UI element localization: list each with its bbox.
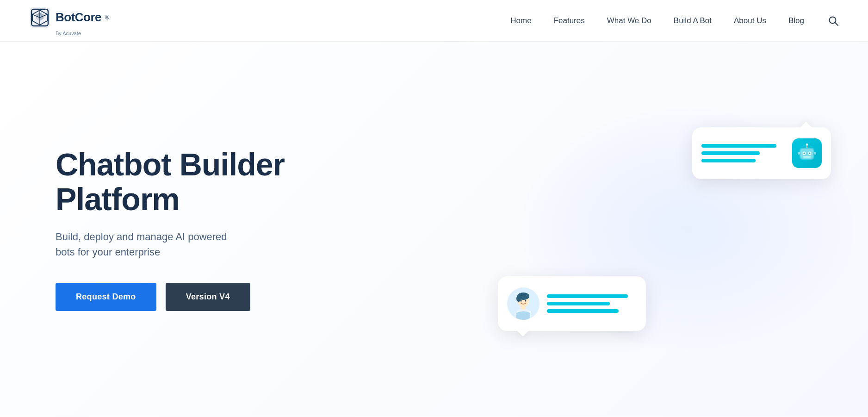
- bot-line-3: [701, 159, 756, 162]
- nav-home[interactable]: Home: [510, 16, 531, 25]
- logo-subtitle: By Acuvate: [56, 31, 81, 36]
- hero-section: Chatbot Builder Platform Build, deploy a…: [0, 42, 868, 417]
- nav-blog[interactable]: Blog: [788, 16, 804, 25]
- nav-what-we-do[interactable]: What We Do: [607, 16, 651, 25]
- hero-subtitle: Build, deploy and manage AI powered bots…: [56, 229, 352, 260]
- svg-rect-22: [803, 156, 811, 158]
- main-nav: Home Features What We Do Build A Bot Abo…: [510, 14, 840, 28]
- bot-message-lines: [701, 144, 785, 162]
- svg-point-20: [804, 153, 805, 154]
- svg-point-11: [516, 295, 521, 302]
- bot-line-2: [701, 151, 760, 155]
- hero-title: Chatbot Builder Platform: [56, 147, 352, 217]
- hero-illustration: [470, 90, 840, 368]
- logo-text: BotCore: [56, 10, 101, 25]
- message-line-2: [547, 302, 610, 305]
- logo-registered: ®: [105, 14, 109, 21]
- svg-point-24: [806, 143, 808, 145]
- user-avatar: [507, 287, 539, 320]
- svg-point-21: [809, 153, 811, 154]
- search-button[interactable]: [826, 14, 840, 28]
- svg-rect-13: [521, 306, 526, 310]
- nav-about-us[interactable]: About Us: [734, 16, 766, 25]
- logo-area[interactable]: BotCore® By Acuvate: [28, 6, 109, 36]
- hero-buttons: Request Demo Version V4: [56, 283, 352, 311]
- user-message-lines: [547, 294, 637, 313]
- svg-rect-26: [814, 152, 816, 155]
- bot-avatar: [792, 138, 822, 168]
- site-header: BotCore® By Acuvate Home Features What W…: [0, 0, 868, 42]
- message-line-3: [547, 309, 619, 313]
- hero-content: Chatbot Builder Platform Build, deploy a…: [56, 147, 352, 311]
- user-chat-bubble: [498, 276, 646, 331]
- svg-line-7: [835, 23, 838, 25]
- nav-features[interactable]: Features: [554, 16, 585, 25]
- svg-rect-25: [798, 152, 800, 155]
- logo-icon: [28, 6, 52, 30]
- svg-point-14: [521, 300, 522, 302]
- search-icon: [828, 16, 838, 26]
- nav-build-a-bot[interactable]: Build A Bot: [674, 16, 712, 25]
- svg-point-15: [525, 300, 527, 302]
- bot-line-1: [701, 144, 776, 148]
- request-demo-button[interactable]: Request Demo: [56, 283, 156, 311]
- bot-chat-bubble: [692, 127, 831, 179]
- message-line-1: [547, 294, 628, 298]
- version-button[interactable]: Version V4: [166, 283, 250, 311]
